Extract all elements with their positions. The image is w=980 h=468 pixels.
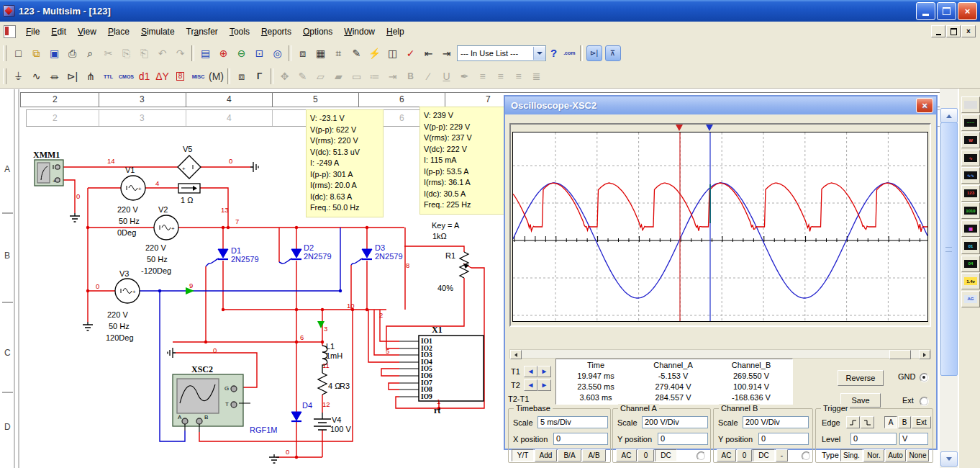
channel-a-scale-field[interactable]: 200 V/Div — [642, 416, 708, 428]
zoom-full-button[interactable]: ◎ — [268, 45, 286, 61]
four-channel-oscilloscope-icon[interactable]: ∿∿ — [961, 167, 980, 184]
place-ttl-button[interactable]: TTL — [99, 68, 117, 85]
in-use-list-combo[interactable]: --- In Use List --- — [457, 45, 546, 61]
trigger-source-b-button[interactable]: B — [898, 416, 911, 428]
hierarchy-button[interactable]: ⧈ — [294, 45, 312, 61]
new-button[interactable]: □ — [9, 45, 27, 61]
close-button[interactable]: × — [958, 2, 977, 20]
restore-button[interactable] — [937, 2, 956, 20]
timebase-scale-field[interactable]: 5 ms/Div — [537, 416, 608, 428]
timebase-mode-ba-button[interactable]: B/A — [558, 449, 581, 462]
menu-item-reports[interactable]: Reports — [255, 24, 297, 39]
create-component-button[interactable]: ✎ — [348, 45, 366, 61]
gnd-radio[interactable] — [920, 373, 929, 382]
channel-b-coupling-ac-button[interactable]: AC — [717, 449, 736, 462]
channel-a-y-position-field[interactable]: 0 — [658, 433, 708, 445]
hierarchy-block-button[interactable]: ⧈ — [232, 68, 250, 85]
mdi-minimize-button[interactable] — [931, 25, 945, 37]
menu-item-simulate[interactable]: Simulate — [135, 24, 181, 39]
channel-a-trigger-radio[interactable] — [697, 451, 706, 461]
save-button[interactable]: ▣ — [45, 45, 63, 61]
level-field[interactable]: 0 — [850, 433, 897, 445]
rising-edge-button[interactable] — [846, 416, 860, 428]
channel-b-coupling-dc-button[interactable]: DC — [753, 449, 775, 462]
channel-a-coupling-0-button[interactable]: 0 — [638, 449, 654, 462]
channel-b-trigger-radio[interactable] — [802, 451, 811, 461]
print-button[interactable]: ⎙ — [63, 45, 81, 61]
multimeter-icon[interactable] — [961, 96, 980, 113]
level-unit-field[interactable]: V — [899, 433, 928, 445]
scrollbar-thumb[interactable] — [940, 122, 958, 376]
document-icon[interactable] — [4, 25, 16, 38]
trigger-type-none-button[interactable]: None — [907, 449, 929, 462]
place-transistor-button[interactable]: ⋔ — [81, 68, 99, 85]
menu-item-transfer[interactable]: Transfer — [181, 24, 224, 39]
open-button[interactable]: ⧉ — [27, 45, 45, 61]
agilent-generator-icon[interactable]: AG — [961, 291, 980, 307]
trigger-type-nor-button[interactable]: Nor. — [863, 449, 884, 462]
falling-edge-button[interactable] — [861, 416, 874, 428]
zoom-area-button[interactable]: ⊡ — [250, 45, 268, 61]
toolbar-grip[interactable] — [3, 68, 6, 84]
menu-item-place[interactable]: Place — [102, 24, 135, 39]
place-electromech-button[interactable]: (M) — [207, 68, 225, 85]
menu-item-file[interactable]: File — [20, 24, 45, 39]
trigger-type-auto-button[interactable]: Auto — [885, 449, 906, 462]
forward-annotate-button[interactable]: ⇥ — [437, 45, 455, 61]
virtual-zener-button[interactable]: ⊼ — [605, 45, 621, 61]
menu-item-tools[interactable]: Tools — [224, 24, 255, 39]
place-diode-button[interactable]: ⊳| — [63, 68, 81, 85]
channel-b-y-position-field[interactable]: 0 — [758, 433, 809, 445]
x-position-field[interactable]: 0 — [553, 433, 608, 445]
channel-b-coupling-0-button[interactable]: 0 — [737, 449, 752, 462]
reverse-button[interactable]: Reverse — [838, 370, 884, 386]
iv-analyzer-icon[interactable]: 04 — [961, 256, 980, 272]
trigger-type-sing-button[interactable]: Sing. — [840, 449, 863, 462]
place-misc-button[interactable]: MISC — [189, 68, 207, 85]
timebase-mode-ab-button[interactable]: A/B — [582, 449, 606, 462]
measurement-probe-icon[interactable]: 1.4v — [961, 273, 980, 289]
t2-right-button[interactable]: ► — [537, 379, 551, 391]
scroll-down-button[interactable] — [940, 451, 958, 467]
postprocessor-button[interactable]: ✓ — [401, 45, 419, 61]
grapher-button[interactable]: ◫ — [384, 45, 401, 61]
place-mixed-button[interactable]: ΔY — [153, 68, 171, 85]
zoom-in-button[interactable]: ⊕ — [214, 45, 232, 61]
mdi-close-button[interactable]: × — [961, 25, 976, 37]
run-simulation-button[interactable]: ⚡ — [366, 45, 384, 61]
menu-item-options[interactable]: Options — [297, 24, 338, 39]
place-signal-source-button[interactable]: ∿ — [27, 68, 45, 85]
title-bar[interactable]: 123 - Multisim - [123] × — [0, 0, 980, 22]
project-bar-button[interactable]: ▤ — [196, 45, 214, 61]
menu-item-edit[interactable]: Edit — [45, 24, 72, 39]
in-use-list-dropdown-button[interactable] — [533, 47, 545, 60]
place-indicator-button[interactable]: 8 — [171, 68, 189, 85]
thyristor-symbols[interactable] — [218, 249, 372, 421]
frequency-counter-icon[interactable]: 123 — [961, 185, 980, 202]
channel-b-coupling--button[interactable]: - — [776, 449, 788, 462]
menu-item-window[interactable]: Window — [338, 24, 381, 39]
place-bus-button[interactable]: Γ — [250, 68, 268, 85]
wattmeter-icon[interactable]: W — [961, 132, 980, 148]
place-source-button[interactable]: ⏚ — [9, 68, 27, 85]
channel-a-coupling-ac-button[interactable]: AC — [616, 449, 637, 462]
minimize-button[interactable] — [916, 2, 935, 20]
timebase-mode-yt-button[interactable]: Y/T — [512, 449, 534, 462]
back-annotate-button[interactable]: ⇤ — [419, 45, 437, 61]
display-horizontal-scrollbar[interactable] — [509, 349, 931, 359]
help-button[interactable]: ? — [546, 47, 561, 59]
scroll-up-button[interactable] — [940, 108, 958, 123]
edaparts-com-button[interactable]: .com — [561, 50, 577, 55]
vertical-scrollbar[interactable] — [940, 88, 958, 468]
place-misc-digital-button[interactable]: d1 — [135, 68, 153, 85]
menu-item-help[interactable]: Help — [381, 24, 410, 39]
zoom-out-button[interactable]: ⊖ — [232, 45, 250, 61]
timebase-mode-add-button[interactable]: Add — [535, 449, 557, 462]
function-generator-icon[interactable]: ~~~ — [961, 114, 980, 131]
blue-wires[interactable] — [140, 228, 363, 441]
trigger-source-a-button[interactable]: A — [884, 416, 897, 428]
oscilloscope-title-bar[interactable]: Oscilloscope-XSC2 × — [505, 96, 936, 114]
ext-radio[interactable] — [920, 397, 929, 406]
spreadsheet-button[interactable]: ▦ — [312, 45, 330, 61]
print-preview-button[interactable]: ⌕ — [81, 45, 99, 61]
